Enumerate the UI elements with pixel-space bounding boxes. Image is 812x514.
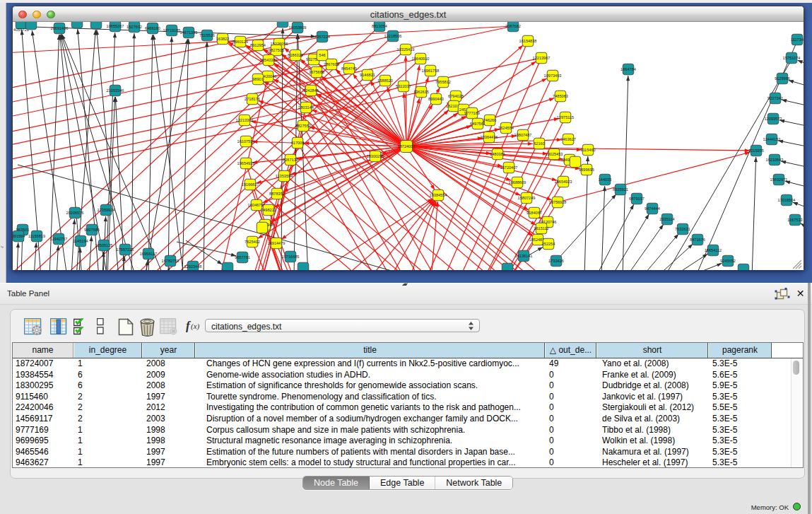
table-row[interactable]: 1830029562008Estimation of significance … xyxy=(13,380,803,392)
column-header-year[interactable]: year xyxy=(143,343,195,358)
edge-arrowhead xyxy=(73,219,76,224)
memory-status-icon[interactable] xyxy=(793,503,801,510)
cell-pagerank: 5.3E-5 xyxy=(712,392,771,403)
node-label: 9129966 xyxy=(775,76,790,81)
column-header-pagerank[interactable]: pagerank xyxy=(709,343,772,358)
paper-node-yellow[interactable] xyxy=(570,156,581,168)
node-label: 252254 xyxy=(542,242,555,246)
node-label: 9827505 xyxy=(269,48,284,52)
panel-close-icon[interactable]: ✕ xyxy=(794,287,806,300)
table-panel-header: Table Panel ✕ xyxy=(0,283,812,305)
node-label: 21053346 xyxy=(107,88,124,93)
network-view-window[interactable]: citations_edges.txt 40557212069140610655… xyxy=(12,6,804,270)
column-header-title[interactable]: title xyxy=(196,343,545,358)
citation-edge-black[interactable] xyxy=(657,244,693,270)
citation-edge-red[interactable] xyxy=(428,201,437,270)
paper-node-teal[interactable] xyxy=(222,262,233,270)
citation-edge-black[interactable] xyxy=(752,157,756,270)
citation-edge-black[interactable] xyxy=(596,204,634,270)
node-label: 20691406 xyxy=(51,26,69,30)
canvas-resize-grip[interactable] xyxy=(793,260,801,269)
network-canvas[interactable]: 4055721206914061065526715276026466160107… xyxy=(13,22,804,270)
node-label: 163822 xyxy=(216,37,230,41)
column-header-in_degree[interactable]: in_degree xyxy=(74,343,142,358)
select-column-icon[interactable] xyxy=(50,318,67,335)
citation-edge-red[interactable] xyxy=(406,146,557,180)
column-header-out_de[interactable]: △ out_de... xyxy=(546,343,596,358)
node-label: 8912954 xyxy=(250,43,266,47)
paper-node-teal[interactable] xyxy=(738,264,749,270)
table-select-dropdown[interactable]: citations_edges.txt xyxy=(205,319,480,332)
table-row[interactable]: 977716911998Corpus callosum shape and si… xyxy=(13,425,803,436)
paper-node-yellow[interactable] xyxy=(257,222,268,233)
table-row[interactable]: 1938455462009Genome-wide association stu… xyxy=(13,370,803,381)
svg-text:(x): (x) xyxy=(191,322,200,331)
node-label: 16543382 xyxy=(260,58,278,62)
citation-edge-black[interactable] xyxy=(623,76,628,270)
citation-edge-black[interactable] xyxy=(611,214,649,270)
edge-arrowhead xyxy=(353,74,357,78)
edge-arrowhead xyxy=(515,192,521,195)
citation-edge-red[interactable] xyxy=(406,146,552,200)
column-header-name[interactable]: name xyxy=(13,343,73,358)
select-rows-icon[interactable] xyxy=(73,318,89,336)
tab-network-table[interactable]: Network Table xyxy=(435,477,512,489)
citation-edge-black[interactable] xyxy=(168,37,172,270)
scrollbar-thumb[interactable] xyxy=(793,361,799,375)
citation-edge-red[interactable] xyxy=(197,126,303,270)
citation-edge-black[interactable] xyxy=(601,186,605,270)
node-label: 9242845 xyxy=(303,88,319,93)
cell-year: 1998 xyxy=(146,436,194,447)
citation-edge-black[interactable] xyxy=(626,224,664,270)
citation-edge-black[interactable] xyxy=(672,254,708,270)
table-settings-icon[interactable] xyxy=(24,318,42,336)
citation-edge-red[interactable] xyxy=(336,222,548,270)
splitter-collapse-icon[interactable]: ⤷ xyxy=(1,244,4,250)
cell-short: Hescheler et al. (1997) xyxy=(602,457,712,468)
node-label: 8471676 xyxy=(690,238,705,242)
paper-node-teal[interactable] xyxy=(71,22,83,28)
citation-edge-black[interactable] xyxy=(642,234,678,270)
function-builder-icon[interactable]: f (x) xyxy=(186,318,203,334)
table-vertical-scrollbar[interactable] xyxy=(791,358,801,468)
paper-node-teal[interactable] xyxy=(502,263,513,270)
table-row[interactable]: 1872400712008Changes of HCN gene express… xyxy=(13,358,803,370)
citation-network-graph[interactable]: 4055721206914061065526715276026466160107… xyxy=(13,22,804,270)
node-label: 12923448 xyxy=(184,264,202,269)
left-panel-splitter[interactable] xyxy=(0,3,6,283)
table-row[interactable]: 969969511998Structural magnetic resonanc… xyxy=(13,436,803,447)
tab-edge-table[interactable]: Edge Table xyxy=(370,477,435,489)
cell-title: Structural magnetic resonance image aver… xyxy=(206,436,544,447)
citation-edge-red[interactable] xyxy=(362,201,435,270)
table-row[interactable]: 946362711997Embryonic stem cells: a mode… xyxy=(13,457,803,468)
column-header-short[interactable]: short xyxy=(597,343,708,358)
paper-node-teal[interactable] xyxy=(277,22,288,28)
paper-node-teal[interactable] xyxy=(298,262,309,270)
table-type-tabs: Node TableEdge TableNetwork Table xyxy=(302,476,513,490)
table-row[interactable]: 1456911722003Disruption of a novel membe… xyxy=(13,414,803,425)
splitter-handle-icon[interactable] xyxy=(400,281,411,287)
network-window-titlebar[interactable]: citations_edges.txt xyxy=(13,6,804,22)
delete-column-icon[interactable] xyxy=(139,318,156,337)
citation-edge-black[interactable] xyxy=(131,33,134,270)
new-column-icon[interactable] xyxy=(118,318,134,336)
citation-edge-black[interactable] xyxy=(182,39,189,270)
paper-node-teal[interactable] xyxy=(90,22,102,29)
tab-node-table[interactable]: Node Table xyxy=(303,477,370,489)
unselect-rows-icon[interactable] xyxy=(97,318,104,335)
paper-node-teal[interactable] xyxy=(25,22,37,30)
citation-edge-black[interactable] xyxy=(148,35,153,270)
edge-arrowhead xyxy=(754,157,758,162)
citation-edge-red[interactable] xyxy=(281,146,406,240)
delete-table-icon[interactable] xyxy=(160,318,177,335)
cell-pagerank: 5.3E-5 xyxy=(712,414,771,425)
citation-edge-black[interactable] xyxy=(145,39,187,270)
citation-edge-black[interactable] xyxy=(71,219,75,270)
float-window-icon[interactable] xyxy=(775,288,790,300)
table-row[interactable]: 946554611997Estimation of the future num… xyxy=(13,447,803,458)
table-row[interactable]: 911546021997Tourette syndrome. Phenomeno… xyxy=(13,392,803,403)
cell-in_degree: 2 xyxy=(78,414,141,425)
table-row[interactable]: 2242004622012Investigating the contribut… xyxy=(13,402,803,414)
citation-edge-red[interactable] xyxy=(396,201,436,271)
citation-edge-black[interactable] xyxy=(281,28,283,270)
